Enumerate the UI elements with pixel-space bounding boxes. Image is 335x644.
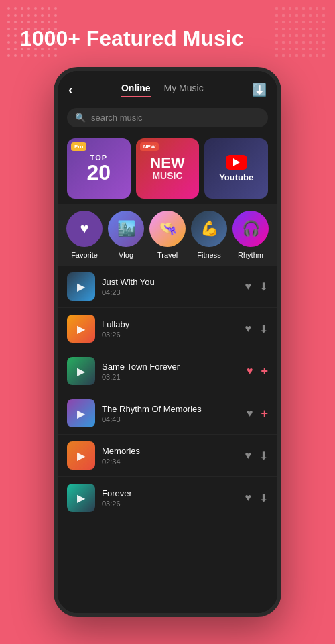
phone-inner: ‹ Online My Music ⬇️ 🔍 search music Pro … [58,71,277,613]
play-icon: ▶ [77,449,85,462]
fitness-emoji: 💪 [200,220,218,237]
song-thumbnail: ▶ [67,399,95,427]
youtube-play-icon [226,155,247,170]
fitness-circle: 💪 [191,211,227,247]
vlog-circle: 🏙️ [108,211,144,247]
song-info: Forever 03:26 [102,488,239,508]
song-actions: ♥ ⬇ [245,492,269,504]
heart-icon: ♥ [80,220,88,237]
category-vlog[interactable]: 🏙️ Vlog [109,211,143,259]
song-duration: 03:21 [102,373,240,381]
song-actions: ♥ ⬇ [245,449,269,462]
song-thumbnail: ▶ [67,272,95,301]
play-icon: ▶ [77,365,85,378]
travel-emoji: 👒 [159,220,177,237]
song-list: ▶ Just With You 04:23 ♥ ⬇ ▶ Lullaby 03:2… [58,266,277,613]
song-item[interactable]: ▶ Same Town Forever 03:21 ♥ + [58,350,277,392]
card-youtube[interactable]: Youtube [204,138,268,199]
download-button[interactable]: ⬇ [259,449,268,462]
song-item[interactable]: ▶ Just With You 04:23 ♥ ⬇ [58,266,277,308]
favorite-label: Favorite [71,251,98,259]
like-button[interactable]: ♥ [247,407,253,419]
category-rhythm[interactable]: 🎧 Rhythm [233,211,268,259]
back-button[interactable]: ‹ [68,82,73,97]
play-icon: ▶ [77,323,85,335]
categories-row: ♥ Favorite 🏙️ Vlog 👒 Travel 💪 [58,204,277,266]
song-title: Just With You [102,277,239,287]
bg-dots-right [275,7,328,60]
card-new[interactable]: NEW NEW MUSIC [136,138,200,199]
song-item[interactable]: ▶ Lullaby 03:26 ♥ ⬇ [58,308,277,350]
download-button[interactable]: ⬇ [259,280,268,293]
app-header: ‹ Online My Music ⬇️ [58,71,277,103]
song-info: Lullaby 03:26 [102,319,239,339]
song-duration: 03:26 [102,331,239,339]
song-title: The Rhythm Of Memories [102,404,240,414]
hero-title: 1000+ Featured Music [20,27,243,50]
featured-cards: Pro TOP 20 NEW NEW MUSIC [58,133,277,204]
download-button[interactable]: ⬇ [259,492,268,504]
new-label: NEW [150,156,184,170]
song-duration: 03:26 [102,500,239,508]
youtube-label: Youtube [219,172,253,182]
search-input[interactable]: search music [91,113,143,123]
song-item[interactable]: ▶ Forever 03:26 ♥ ⬇ [58,477,277,519]
song-actions: ♥ + [247,364,268,378]
vlog-emoji: 🏙️ [117,220,135,237]
vlog-label: Vlog [119,251,133,259]
song-info: The Rhythm Of Memories 04:43 [102,404,240,423]
card-top20[interactable]: Pro TOP 20 [67,138,131,199]
search-bar[interactable]: 🔍 search music [67,108,268,127]
song-thumbnail: ▶ [67,357,95,385]
download-button[interactable]: ⬇ [259,323,268,335]
svg-rect-3 [275,7,328,60]
category-fitness[interactable]: 💪 Fitness [192,211,226,259]
add-button[interactable]: + [261,364,268,378]
pro-badge: Pro [71,142,86,151]
add-button[interactable]: + [261,407,268,421]
rhythm-emoji: 🎧 [242,220,260,237]
song-title: Lullaby [102,319,239,329]
travel-circle: 👒 [149,211,186,247]
song-duration: 04:23 [102,288,239,297]
favorite-circle: ♥ [66,211,103,247]
search-icon: 🔍 [75,113,86,123]
music-label: MUSIC [150,170,184,181]
song-actions: ♥ ⬇ [245,280,269,293]
like-button[interactable]: ♥ [245,323,252,335]
phone-shell: ‹ Online My Music ⬇️ 🔍 search music Pro … [54,67,281,617]
youtube-content: Youtube [219,155,253,182]
like-button[interactable]: ♥ [245,280,252,292]
song-duration: 02:34 [102,458,239,466]
song-title: Memories [102,446,239,456]
song-duration: 04:43 [102,415,240,423]
song-info: Same Town Forever 03:21 [102,362,240,381]
like-button[interactable]: ♥ [245,449,252,462]
like-button[interactable]: ♥ [245,492,252,504]
category-favorite[interactable]: ♥ Favorite [67,211,102,259]
fitness-label: Fitness [197,251,220,259]
song-actions: ♥ + [247,407,268,421]
play-icon: ▶ [77,407,85,420]
download-icon[interactable]: ⬇️ [252,83,267,97]
play-icon: ▶ [77,492,85,504]
tab-mymusic[interactable]: My Music [164,83,204,97]
tab-online[interactable]: Online [121,83,151,97]
category-travel[interactable]: 👒 Travel [150,211,185,259]
song-title: Same Town Forever [102,362,240,372]
song-actions: ♥ ⬇ [245,323,269,335]
song-info: Just With You 04:23 [102,277,239,297]
play-icon: ▶ [77,280,85,293]
new-badge: NEW [140,142,159,151]
song-item[interactable]: ▶ Memories 02:34 ♥ ⬇ [58,435,277,477]
new-text: NEW MUSIC [150,156,184,181]
like-button[interactable]: ♥ [247,365,253,377]
song-item[interactable]: ▶ The Rhythm Of Memories 04:43 ♥ + [58,392,277,435]
song-thumbnail: ▶ [67,441,95,470]
song-thumbnail: ▶ [67,484,95,512]
song-thumbnail: ▶ [67,315,95,343]
song-title: Forever [102,488,239,498]
rhythm-label: Rhythm [238,251,263,259]
travel-label: Travel [157,251,178,259]
header-tabs: Online My Music [121,83,204,97]
